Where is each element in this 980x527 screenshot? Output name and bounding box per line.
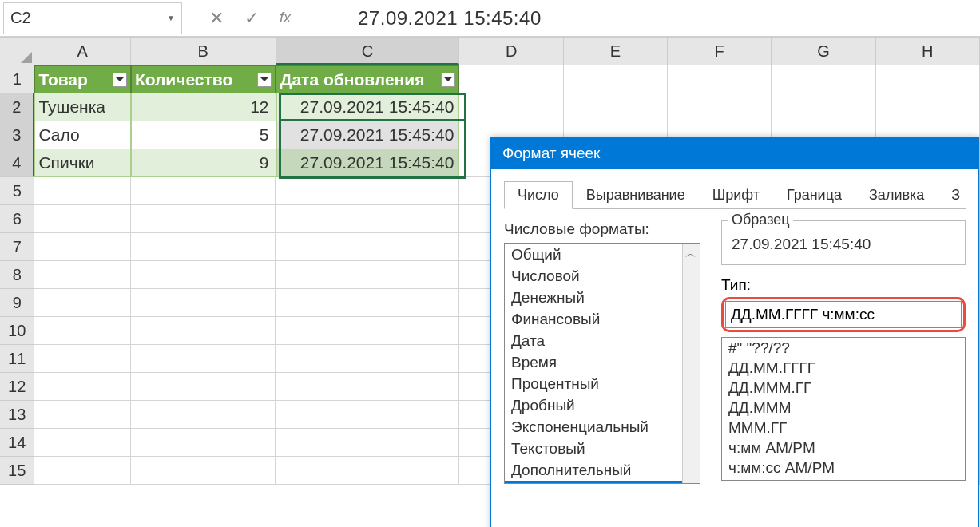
cell-c3[interactable]: 27.09.2021 15:45:40	[276, 121, 460, 149]
cell[interactable]	[564, 65, 668, 93]
cell[interactable]	[34, 233, 130, 261]
cell[interactable]	[668, 93, 772, 121]
cell[interactable]	[276, 233, 459, 261]
cell[interactable]	[131, 401, 276, 429]
enter-icon[interactable]: ✓	[244, 8, 259, 29]
cell[interactable]	[876, 93, 980, 121]
tab-alignment[interactable]: Выравнивание	[573, 181, 699, 209]
type-list-item[interactable]: #" "??/??	[722, 338, 965, 358]
cell[interactable]	[276, 289, 459, 317]
cell[interactable]	[34, 401, 130, 429]
category-item[interactable]: (все форматы)	[505, 481, 700, 484]
cell[interactable]	[564, 93, 668, 121]
cell[interactable]	[131, 205, 276, 233]
filter-icon[interactable]	[441, 73, 455, 87]
cell-b2[interactable]: 12	[131, 93, 276, 121]
cell[interactable]	[131, 261, 276, 289]
col-header-b[interactable]: B	[131, 37, 276, 65]
row-header-4[interactable]: 4	[0, 149, 34, 177]
dropdown-icon[interactable]: ▼	[167, 14, 175, 22]
name-box[interactable]: C2 ▼	[3, 2, 182, 34]
row-header[interactable]: 10	[0, 317, 34, 345]
row-header-1[interactable]: 1	[0, 65, 34, 93]
cell[interactable]	[34, 373, 130, 401]
filter-icon[interactable]	[113, 73, 127, 87]
cell[interactable]	[131, 177, 276, 205]
fx-icon[interactable]: fx	[280, 10, 291, 26]
cell[interactable]	[131, 317, 276, 345]
cell[interactable]	[34, 429, 130, 457]
col-header-a[interactable]: A	[34, 37, 130, 65]
dialog-title[interactable]: Формат ячеек	[491, 137, 978, 169]
cell[interactable]	[276, 345, 459, 373]
tab-border[interactable]: Граница	[773, 181, 855, 209]
cell[interactable]	[34, 317, 130, 345]
cell[interactable]	[459, 93, 563, 121]
scrollbar[interactable]: ︿	[682, 244, 700, 483]
table-header-a[interactable]: Товар	[34, 65, 130, 93]
cell[interactable]	[34, 177, 130, 205]
type-list-item[interactable]: ДД.МММ.ГГ	[722, 378, 965, 398]
category-item[interactable]: Время	[505, 351, 700, 373]
row-header[interactable]: 13	[0, 401, 34, 429]
row-header[interactable]: 15	[0, 457, 34, 485]
cancel-icon[interactable]: ✕	[209, 8, 224, 29]
category-item[interactable]: Текстовый	[505, 438, 700, 459]
col-header-h[interactable]: H	[876, 37, 980, 65]
cell[interactable]	[276, 261, 459, 289]
col-header-d[interactable]: D	[459, 37, 563, 65]
cell[interactable]	[772, 93, 875, 121]
tab-fill[interactable]: Заливка	[855, 181, 938, 209]
cell[interactable]	[34, 205, 130, 233]
category-item[interactable]: Числовой	[505, 265, 700, 287]
cell[interactable]	[276, 373, 459, 401]
row-header-2[interactable]: 2	[0, 93, 34, 121]
category-item[interactable]: Процентный	[505, 373, 700, 394]
type-list-item[interactable]: ДД.ММ.ГГГГ	[722, 358, 965, 378]
row-header[interactable]: 6	[0, 205, 34, 233]
type-list-item[interactable]: ч:мм	[722, 477, 965, 481]
cell[interactable]	[276, 457, 459, 485]
type-list-item[interactable]: МММ.ГГ	[722, 418, 965, 438]
type-listbox[interactable]: #" "??/??ДД.ММ.ГГГГДД.МММ.ГГДД.ММММММ.ГГ…	[721, 337, 966, 481]
tab-font[interactable]: Шрифт	[699, 181, 773, 209]
type-input[interactable]	[725, 301, 962, 328]
cell-c2[interactable]: 27.09.2021 15:45:40	[276, 93, 460, 121]
type-list-item[interactable]: ДД.МММ	[722, 398, 965, 418]
cell[interactable]	[276, 177, 459, 205]
row-header[interactable]: 14	[0, 429, 34, 457]
tab-protection[interactable]: З	[938, 181, 974, 209]
row-header[interactable]: 7	[0, 233, 34, 261]
category-item[interactable]: Общий	[505, 244, 700, 265]
categories-listbox[interactable]: ︿ ОбщийЧисловойДенежныйФинансовыйДатаВре…	[504, 243, 700, 484]
cell[interactable]	[34, 261, 130, 289]
row-header[interactable]: 9	[0, 289, 34, 317]
col-header-g[interactable]: G	[772, 37, 875, 65]
type-list-item[interactable]: ч:мм:сс AM/PM	[722, 458, 965, 477]
cell-b3[interactable]: 5	[131, 121, 276, 149]
cell-c4[interactable]: 27.09.2021 15:45:40	[276, 149, 460, 177]
cell[interactable]	[668, 65, 772, 93]
row-header[interactable]: 11	[0, 345, 34, 373]
type-list-item[interactable]: ч:мм AM/PM	[722, 438, 965, 458]
cell-b4[interactable]: 9	[131, 149, 276, 177]
cell[interactable]	[131, 429, 276, 457]
col-header-f[interactable]: F	[668, 37, 772, 65]
category-item[interactable]: Денежный	[505, 287, 700, 308]
category-item[interactable]: Экспоненциальный	[505, 416, 700, 438]
cell-a2[interactable]: Тушенка	[34, 93, 130, 121]
row-header[interactable]: 8	[0, 261, 34, 289]
cell[interactable]	[131, 457, 276, 485]
filter-icon[interactable]	[257, 73, 272, 87]
category-item[interactable]: Финансовый	[505, 308, 700, 330]
col-header-c[interactable]: C	[276, 37, 460, 65]
cell[interactable]	[276, 205, 459, 233]
cell[interactable]	[772, 65, 875, 93]
cell[interactable]	[276, 401, 459, 429]
cell[interactable]	[34, 289, 130, 317]
table-header-c[interactable]: Дата обновления	[276, 65, 459, 93]
table-header-b[interactable]: Количество	[131, 65, 276, 93]
cell[interactable]	[34, 345, 130, 373]
row-header[interactable]: 12	[0, 373, 34, 401]
cell[interactable]	[876, 65, 980, 93]
